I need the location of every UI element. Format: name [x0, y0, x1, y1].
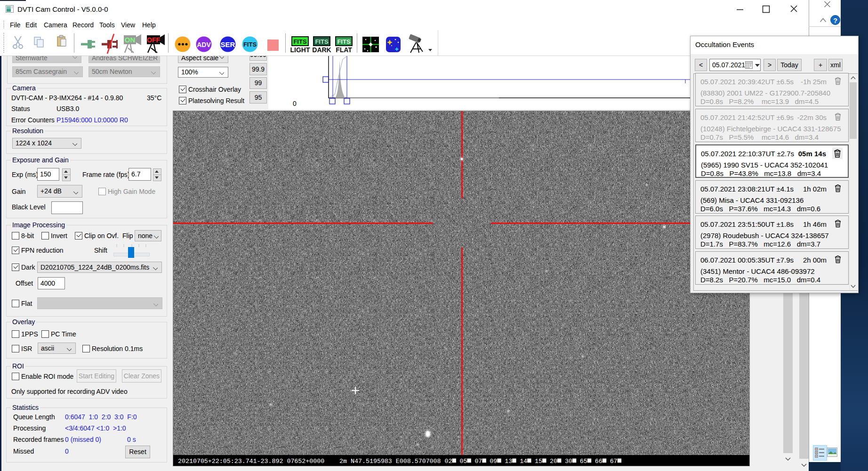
- svg-text:ON: ON: [125, 36, 136, 44]
- svg-text:SER: SER: [221, 40, 235, 48]
- svg-text:DARK: DARK: [312, 46, 331, 54]
- svg-text:FITS: FITS: [243, 41, 257, 48]
- svg-text:FITS: FITS: [315, 38, 328, 45]
- svg-text:FITS: FITS: [293, 38, 306, 45]
- svg-text:FLAT: FLAT: [336, 46, 352, 54]
- svg-text:LIGHT: LIGHT: [290, 46, 310, 54]
- svg-text:OFF: OFF: [147, 36, 160, 44]
- svg-text:20210705+22:05:23.741-23.892 0: 20210705+22:05:23.741-23.892 07652+0000 …: [178, 458, 618, 465]
- svg-text:FITS: FITS: [337, 38, 350, 45]
- svg-text:ADV: ADV: [197, 41, 211, 48]
